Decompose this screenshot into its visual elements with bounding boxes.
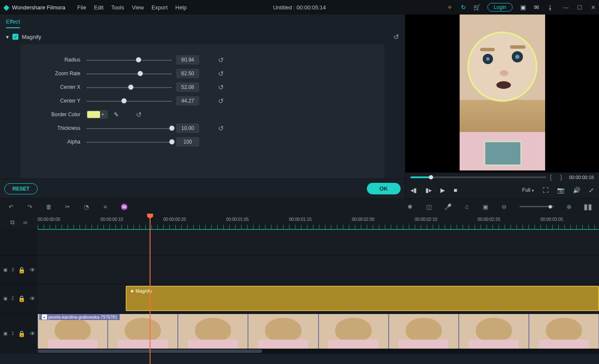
- audio-wave-icon[interactable]: ♒: [121, 203, 127, 210]
- centerx-reset-icon[interactable]: ↺: [218, 83, 227, 91]
- menu-file[interactable]: File: [77, 4, 86, 11]
- track-2[interactable]: ▣2 🔒 👁 ★ Magnify ♦: [0, 284, 599, 313]
- menu-export[interactable]: Export: [151, 4, 168, 11]
- eyedropper-icon[interactable]: ✎: [114, 111, 119, 118]
- zoom-reset-icon[interactable]: ↺: [218, 70, 227, 78]
- maximize-icon[interactable]: ☐: [577, 4, 582, 11]
- speed-icon[interactable]: ◔: [83, 203, 90, 210]
- voice-icon[interactable]: 🎤: [444, 203, 451, 210]
- centerx-label: Center X: [33, 84, 80, 90]
- marker-icon[interactable]: ◫: [425, 203, 432, 210]
- bordercolor-reset-icon[interactable]: ↺: [136, 111, 145, 119]
- lock-icon[interactable]: 🔒: [18, 330, 25, 337]
- lock-icon[interactable]: 🔒: [18, 267, 25, 273]
- zoom-value[interactable]: 62.50: [176, 69, 199, 78]
- mail-icon[interactable]: ✉: [533, 4, 540, 11]
- zoom-in-icon[interactable]: ⊕: [566, 203, 572, 210]
- lock-icon[interactable]: 🔒: [18, 295, 25, 302]
- color-dropdown[interactable]: ▾: [86, 110, 108, 119]
- login-button[interactable]: Login: [487, 3, 513, 12]
- zoom-slider[interactable]: [519, 206, 554, 207]
- eye-icon[interactable]: 👁: [30, 330, 35, 337]
- mark-in-out-icon[interactable]: { }: [550, 174, 566, 181]
- alpha-value[interactable]: 100: [176, 137, 199, 147]
- alpha-slider[interactable]: [86, 138, 172, 146]
- video-clip[interactable]: pexels-karolina-grabowska-7976781: [38, 314, 599, 353]
- lightbulb-icon[interactable]: ✧: [446, 4, 453, 11]
- reset-button[interactable]: RESET: [4, 183, 38, 194]
- undo-icon[interactable]: ↶: [8, 203, 15, 210]
- menu-help[interactable]: Help: [175, 4, 187, 11]
- thickness-reset-icon[interactable]: ↺: [218, 124, 227, 132]
- centerx-slider[interactable]: [86, 83, 172, 91]
- save-icon[interactable]: ▣: [519, 4, 526, 11]
- app-name: Wondershare Filmora: [12, 4, 65, 11]
- minimize-icon[interactable]: —: [563, 4, 569, 11]
- manage-tracks-icon[interactable]: ⧉: [9, 219, 16, 226]
- eye-icon[interactable]: 👁: [30, 267, 35, 273]
- track-3[interactable]: ▣3 🔒 👁: [0, 255, 599, 284]
- seek-bar[interactable]: [410, 176, 546, 178]
- close-icon[interactable]: ✕: [591, 4, 596, 11]
- delete-icon[interactable]: 🗑: [45, 203, 52, 210]
- render-icon[interactable]: ✺: [407, 203, 413, 210]
- radius-reset-icon[interactable]: ↺: [218, 56, 227, 64]
- play-icon[interactable]: ▶: [440, 187, 445, 194]
- refresh-icon[interactable]: ↻: [460, 4, 467, 11]
- track-number: 1: [12, 331, 14, 336]
- next-frame-icon[interactable]: ▮▸: [425, 187, 432, 194]
- music-icon[interactable]: ♫: [463, 203, 470, 210]
- redo-icon[interactable]: ↷: [27, 203, 33, 210]
- ruler-tick: 00:00:01:15: [289, 217, 312, 222]
- zoom-out-icon[interactable]: ⊖: [501, 203, 508, 210]
- ruler-tick: 00:00:00:00: [38, 217, 60, 222]
- radius-value[interactable]: 60.94: [176, 55, 199, 65]
- centery-slider[interactable]: [86, 97, 172, 105]
- display-icon[interactable]: ⛶: [543, 187, 549, 194]
- zoom-label: Zoom Rate: [33, 70, 80, 76]
- link-icon[interactable]: ∞: [22, 219, 29, 226]
- track-number: 2: [12, 296, 14, 301]
- track-number: 3: [12, 267, 14, 272]
- ruler-tick: 00:00:00:20: [163, 217, 186, 222]
- menu-edit[interactable]: Edit: [94, 4, 103, 11]
- snapshot-icon[interactable]: 📷: [557, 187, 564, 194]
- prev-frame-icon[interactable]: ◂▮: [410, 187, 417, 194]
- volume-icon[interactable]: 🔊: [573, 187, 580, 194]
- effect-clip[interactable]: ★ Magnify ♦: [126, 286, 599, 311]
- ok-button[interactable]: OK: [367, 183, 401, 194]
- thickness-value[interactable]: 10.00: [176, 123, 199, 133]
- menu-view[interactable]: View: [132, 4, 144, 11]
- tab-effect[interactable]: Effect: [6, 16, 20, 28]
- quality-dropdown[interactable]: Full ▾: [522, 187, 534, 193]
- effect-enable-checkbox[interactable]: ✓: [12, 34, 18, 40]
- timeline-scrollbar[interactable]: [38, 349, 599, 354]
- reset-all-icon[interactable]: ↺: [393, 33, 399, 41]
- app-logo-icon: ◆: [3, 3, 9, 12]
- download-icon[interactable]: ⭳: [547, 4, 554, 11]
- ruler-tick: 00:00:00:10: [100, 217, 123, 222]
- track-1[interactable]: ▣1 🔒 👁 pexels-karolina-grabowska-7976781: [0, 313, 599, 354]
- time-ruler[interactable]: 00:00:00:00 00:00:00:10 00:00:00:20 00:0…: [38, 214, 599, 230]
- fullscreen-icon[interactable]: ⤢: [589, 187, 594, 194]
- fit-icon[interactable]: ▣: [482, 203, 489, 210]
- preview-canvas[interactable]: [405, 15, 599, 173]
- video-clip-label: pexels-karolina-grabowska-7976781: [39, 314, 120, 320]
- track-layout-icon[interactable]: ▮▮: [584, 203, 591, 210]
- title-bar: ◆ Wondershare Filmora File Edit Tools Vi…: [0, 0, 599, 15]
- cart-icon[interactable]: 🛒: [474, 4, 481, 11]
- playhead[interactable]: [150, 214, 150, 364]
- adjust-icon[interactable]: ≡: [102, 203, 109, 210]
- radius-label: Radius: [33, 57, 80, 63]
- collapse-icon[interactable]: ▾: [6, 34, 9, 40]
- zoom-slider[interactable]: [86, 69, 172, 78]
- stop-icon[interactable]: ■: [454, 187, 457, 194]
- eye-icon[interactable]: 👁: [30, 295, 35, 302]
- centery-reset-icon[interactable]: ↺: [218, 97, 227, 105]
- centery-value[interactable]: 44.27: [176, 96, 199, 106]
- split-icon[interactable]: ✂: [64, 203, 71, 210]
- menu-tools[interactable]: Tools: [111, 4, 124, 11]
- thickness-slider[interactable]: [86, 124, 172, 132]
- centerx-value[interactable]: 52.08: [176, 82, 199, 92]
- radius-slider[interactable]: [86, 56, 172, 64]
